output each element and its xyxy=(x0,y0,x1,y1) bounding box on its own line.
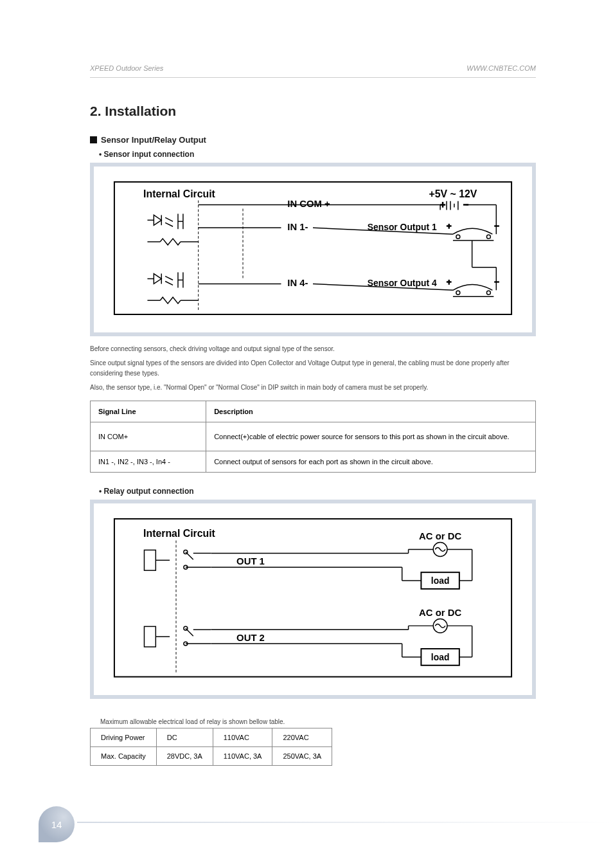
subsection-relay-output: • Relay output connection xyxy=(99,487,536,496)
svg-point-45 xyxy=(456,291,460,294)
svg-marker-14 xyxy=(154,274,161,284)
svg-text:−: − xyxy=(463,199,468,210)
cell-220-val: 250VAC, 3A xyxy=(272,746,332,765)
svg-point-41 xyxy=(486,235,490,239)
cell-incom-desc: Connect(+)cable of electric power source… xyxy=(206,422,536,451)
section-heading: Sensor Input/Relay Output xyxy=(90,135,536,145)
cell-incom: IN COM+ xyxy=(91,422,206,451)
svg-text:+: + xyxy=(447,221,452,231)
svg-text:Internal Circuit: Internal Circuit xyxy=(143,528,216,539)
table-row: Driving Power DC 110VAC 220VAC xyxy=(91,728,332,746)
col-signal-line: Signal Line xyxy=(91,401,206,422)
note-1: Before connecting sensors, check driving… xyxy=(90,344,536,354)
relay-table-note: Maximum allowable electrical load of rel… xyxy=(100,718,536,725)
table-row: Max. Capacity 28VDC, 3A 110VAC, 3A 250VA… xyxy=(91,746,332,765)
svg-text:−: − xyxy=(494,277,499,287)
svg-text:IN 1-: IN 1- xyxy=(287,222,308,232)
svg-text:Internal Circuit: Internal Circuit xyxy=(143,188,216,199)
note-3: Also, the sensor type, i.e. "Normal Open… xyxy=(90,383,536,393)
page-title: 2. Installation xyxy=(90,104,536,119)
header-right: WWW.CNBTEC.COM xyxy=(466,64,536,72)
svg-line-18 xyxy=(165,281,173,285)
col-220vac: 220VAC xyxy=(272,728,332,746)
svg-rect-59 xyxy=(114,519,511,677)
svg-text:+: + xyxy=(447,277,452,287)
page-number: 14 xyxy=(51,819,62,830)
signal-line-table: Signal Line Description IN COM+ Connect(… xyxy=(90,401,536,473)
svg-line-17 xyxy=(165,276,173,280)
svg-rect-70 xyxy=(144,626,155,647)
table-row: IN COM+ Connect(+)cable of electric powe… xyxy=(91,422,536,451)
table-row: IN1 -, IN2 -, IN3 -, In4 - Connect outpu… xyxy=(91,451,536,473)
svg-text:IN COM +: IN COM + xyxy=(287,199,330,209)
header-left: XPEED Outdoor Series xyxy=(90,64,163,72)
sensor-input-diagram: Internal Circuit IN COM + IN 1- IN 4- xyxy=(90,163,536,336)
relay-output-svg: Internal Circuit OUT 1 OUT 2 AC or DC lo… xyxy=(109,515,517,681)
cell-in-ports-desc: Connect output of sensors for each port … xyxy=(206,451,536,473)
svg-text:+5V ~ 12V: +5V ~ 12V xyxy=(429,188,477,199)
svg-point-40 xyxy=(456,235,460,239)
svg-line-7 xyxy=(165,222,173,226)
note-2: Since output signal types of the sensors… xyxy=(90,358,536,379)
cell-dc-val: 28VDC, 3A xyxy=(156,746,213,765)
svg-text:OUT 2: OUT 2 xyxy=(236,633,265,643)
col-description: Description xyxy=(206,401,536,422)
svg-text:AC or DC: AC or DC xyxy=(419,531,461,541)
page-header: XPEED Outdoor Series WWW.CNBTEC.COM xyxy=(90,64,536,78)
cell-in-ports: IN1 -, IN2 -, IN3 -, In4 - xyxy=(91,451,206,473)
svg-text:IN 4-: IN 4- xyxy=(287,278,308,288)
svg-text:AC or DC: AC or DC xyxy=(419,608,461,618)
cell-110-val: 110VAC, 3A xyxy=(213,746,272,765)
svg-rect-62 xyxy=(144,550,155,571)
sensor-input-svg: Internal Circuit IN COM + IN 1- IN 4- xyxy=(109,178,517,318)
table-row: Signal Line Description xyxy=(91,401,536,422)
col-driving-power: Driving Power xyxy=(91,728,157,746)
col-dc: DC xyxy=(156,728,213,746)
col-110vac: 110VAC xyxy=(213,728,272,746)
svg-text:+: + xyxy=(440,199,445,210)
square-bullet-icon xyxy=(90,136,97,143)
svg-text:load: load xyxy=(431,575,449,586)
footer-divider xyxy=(77,822,613,823)
cell-max-capacity: Max. Capacity xyxy=(91,746,157,765)
page-number-badge: 14 xyxy=(39,806,75,842)
svg-marker-3 xyxy=(154,215,161,225)
svg-line-74 xyxy=(186,628,193,636)
svg-line-66 xyxy=(186,552,193,560)
svg-line-6 xyxy=(165,217,173,221)
subsection-sensor-input: • Sensor input connection xyxy=(99,150,536,159)
section-title-text: Sensor Input/Relay Output xyxy=(101,135,206,145)
svg-text:OUT 1: OUT 1 xyxy=(236,556,265,566)
svg-text:−: − xyxy=(494,221,499,231)
relay-output-diagram: Internal Circuit OUT 1 OUT 2 AC or DC lo… xyxy=(90,500,536,699)
svg-text:load: load xyxy=(431,652,449,662)
relay-capacity-table: Driving Power DC 110VAC 220VAC Max. Capa… xyxy=(90,728,332,766)
svg-point-46 xyxy=(486,291,490,294)
